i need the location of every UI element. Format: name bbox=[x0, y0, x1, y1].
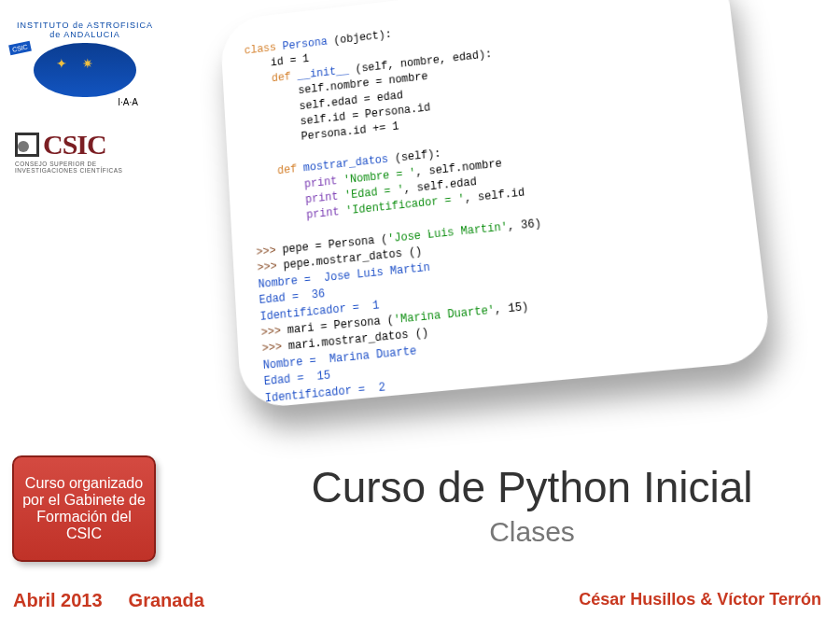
slide-title-block: Curso de Python Inicial Clases bbox=[233, 462, 831, 548]
footer-city: Granada bbox=[129, 590, 204, 610]
code-text: def bbox=[245, 70, 291, 88]
footer-date: Abril 2013 bbox=[13, 590, 103, 610]
code-text: >>> bbox=[261, 341, 288, 357]
code-text: >>> bbox=[257, 259, 284, 275]
code-text: Persona bbox=[275, 35, 334, 53]
footer-left: Abril 2013Granada bbox=[13, 590, 204, 611]
slide-subtitle: Clases bbox=[233, 516, 831, 548]
iaa-logo-csic-tab: CSIC bbox=[8, 41, 32, 55]
code-text: print bbox=[304, 174, 344, 190]
code-text: 'Marina Duarte' bbox=[393, 303, 495, 327]
slide-title: Curso de Python Inicial bbox=[233, 462, 831, 512]
csic-logo-square-icon bbox=[15, 133, 39, 157]
code-text bbox=[254, 209, 307, 227]
organizer-text: Curso organizado por el Gabinete de Form… bbox=[20, 475, 148, 542]
code-text: (self): bbox=[394, 147, 441, 165]
code-text bbox=[250, 152, 251, 164]
organizer-box: Curso organizado por el Gabinete de Form… bbox=[12, 455, 156, 562]
csic-logo: CSIC CONSEJO SUPERIOR DE INVESTIGACIONES… bbox=[15, 129, 155, 174]
csic-wordmark-text: CSIC bbox=[43, 129, 106, 160]
code-text: 'Jose Luis Martín' bbox=[387, 220, 509, 245]
code-text bbox=[255, 231, 256, 244]
code-text: >>> bbox=[260, 324, 287, 340]
code-text: , self.id bbox=[464, 187, 525, 205]
code-text: class bbox=[244, 41, 276, 57]
code-text: print bbox=[305, 189, 345, 206]
code-text bbox=[252, 178, 304, 196]
iaa-logo: INSTITUTO de ASTROFISICA de ANDALUCIA CS… bbox=[15, 21, 155, 114]
code-text: def bbox=[251, 163, 297, 181]
code-text: , 36) bbox=[507, 217, 541, 234]
csic-logo-wordmark: CSIC bbox=[15, 129, 155, 161]
iaa-logo-arc-text: INSTITUTO de ASTROFISICA de ANDALUCIA bbox=[15, 21, 155, 39]
iaa-logo-sub: I·A·A bbox=[15, 97, 155, 107]
code-window: class Persona (object): id = 1 def __ini… bbox=[219, 0, 773, 410]
iaa-logo-ellipse bbox=[34, 43, 136, 97]
footer-authors: César Husillos & Víctor Terrón bbox=[579, 590, 821, 609]
csic-logo-sub: CONSEJO SUPERIOR DE INVESTIGACIONES CIEN… bbox=[15, 161, 155, 174]
code-text: print bbox=[306, 205, 346, 222]
code-text: (object): bbox=[333, 28, 392, 47]
code-text: >>> bbox=[256, 244, 283, 259]
code-text: , 15) bbox=[494, 301, 529, 317]
